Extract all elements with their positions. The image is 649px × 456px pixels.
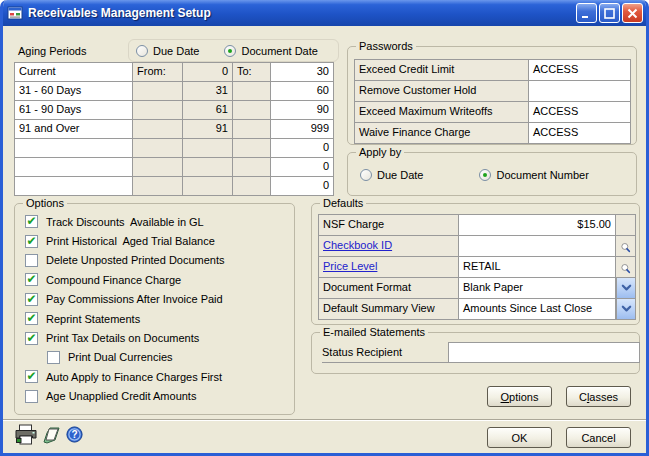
aging-from-value: 0 bbox=[183, 63, 233, 82]
svg-text:?: ? bbox=[71, 429, 77, 440]
exceed-maximum-writeoffs-password-input[interactable]: ACCESS bbox=[529, 102, 631, 123]
checkbook-id-lookup-button[interactable] bbox=[616, 236, 636, 257]
aging-name-input[interactable] bbox=[15, 158, 133, 177]
aging-to-input[interactable]: 0 bbox=[271, 139, 334, 158]
to-column-label: To: bbox=[233, 63, 271, 82]
options-button[interactable]: Options bbox=[487, 386, 552, 407]
waive-finance-charge-password-input[interactable]: ACCESS bbox=[529, 123, 631, 144]
print-dual-currencies-checkbox[interactable]: ✔ bbox=[47, 351, 60, 364]
aging-name-input[interactable]: 91 and Over bbox=[15, 120, 133, 139]
default-summary-view-dropdown[interactable]: Amounts Since Last Close bbox=[459, 299, 616, 320]
option-age-unapplied-credits[interactable]: ✔ Age Unapplied Credit Amounts bbox=[25, 387, 290, 406]
pay-commissions-checkbox[interactable]: ✔ bbox=[25, 293, 38, 306]
aging-from-value: 61 bbox=[183, 101, 233, 120]
close-button[interactable] bbox=[622, 3, 643, 23]
minimize-button[interactable] bbox=[576, 3, 597, 23]
option-delete-unposted-docs[interactable]: ✔ Delete Unposted Printed Documents bbox=[25, 251, 290, 270]
maximize-button[interactable] bbox=[599, 3, 620, 23]
page-icon bbox=[41, 425, 62, 445]
due-date-radio[interactable] bbox=[136, 45, 148, 57]
default-summary-view-label: Default Summary View bbox=[319, 299, 459, 320]
option-compound-finance-charge[interactable]: ✔ Compound Finance Charge bbox=[25, 270, 290, 289]
aging-name-input[interactable]: 31 - 60 Days bbox=[15, 82, 133, 101]
aging-periods-table: Current From: 0 To: 30 31 - 60 Days 31 6… bbox=[14, 62, 334, 196]
aging-name-input[interactable]: 61 - 90 Days bbox=[15, 101, 133, 120]
chevron-down-icon bbox=[621, 305, 632, 313]
classes-button[interactable]: Classes bbox=[566, 386, 631, 407]
document-date-radio[interactable] bbox=[224, 45, 236, 57]
aging-to-input[interactable]: 30 bbox=[271, 63, 334, 82]
aging-to-input[interactable]: 999 bbox=[271, 120, 334, 139]
compound-finance-charge-checkbox[interactable]: ✔ bbox=[25, 273, 38, 286]
status-recipient-input[interactable] bbox=[448, 342, 640, 363]
aging-to-input[interactable]: 0 bbox=[271, 158, 334, 177]
option-pay-commissions[interactable]: ✔ Pay Commissions After Invoice Paid bbox=[25, 290, 290, 309]
due-date-radio-option[interactable]: Due Date bbox=[136, 45, 199, 57]
apply-by-document-number-label: Document Number bbox=[496, 169, 588, 181]
window-title: Receivables Management Setup bbox=[28, 6, 576, 20]
apply-by-group: Apply by Due Date Document Number bbox=[347, 152, 637, 196]
default-summary-view-dropdown-button[interactable] bbox=[616, 299, 636, 320]
note-button[interactable] bbox=[41, 425, 62, 447]
help-button[interactable]: ? bbox=[66, 426, 83, 445]
aging-name-input[interactable] bbox=[15, 139, 133, 158]
password-row-label: Remove Customer Hold bbox=[355, 81, 529, 102]
apply-by-due-date-radio[interactable] bbox=[360, 169, 372, 181]
price-level-input[interactable]: RETAIL bbox=[459, 257, 616, 278]
aging-from-value bbox=[183, 177, 233, 196]
checkbook-id-link[interactable]: Checkbook ID bbox=[323, 239, 392, 251]
apply-by-document-number-option[interactable]: Document Number bbox=[479, 169, 588, 181]
price-level-lookup-button[interactable] bbox=[616, 257, 636, 278]
from-column-label: From: bbox=[133, 63, 183, 82]
reprint-statements-checkbox[interactable]: ✔ bbox=[25, 312, 38, 325]
aging-periods-label: Aging Periods bbox=[18, 45, 87, 57]
apply-by-due-date-option[interactable]: Due Date bbox=[360, 169, 423, 181]
print-historical-atb-checkbox[interactable]: ✔ bbox=[25, 235, 38, 248]
defaults-group: Defaults NSF Charge $15.00 Checkbook ID … bbox=[311, 203, 640, 325]
price-level-link[interactable]: Price Level bbox=[323, 260, 377, 272]
apply-by-document-number-radio[interactable] bbox=[479, 169, 491, 181]
title-bar: Receivables Management Setup bbox=[0, 0, 649, 26]
apply-by-group-label: Apply by bbox=[356, 146, 404, 158]
document-format-dropdown-button[interactable] bbox=[616, 278, 636, 299]
password-row-label: Waive Finance Charge bbox=[355, 123, 529, 144]
document-date-radio-option[interactable]: Document Date bbox=[224, 45, 317, 57]
magnifier-icon bbox=[620, 261, 631, 276]
password-row-label: Exceed Credit Limit bbox=[355, 60, 529, 81]
option-track-discounts[interactable]: ✔ Track Discounts Available in GL bbox=[25, 212, 290, 231]
apply-by-due-date-label: Due Date bbox=[377, 169, 423, 181]
aging-to-input[interactable]: 90 bbox=[271, 101, 334, 120]
aging-name-input[interactable]: Current bbox=[15, 63, 133, 82]
option-reprint-statements[interactable]: ✔ Reprint Statements bbox=[25, 309, 290, 328]
option-print-tax-details[interactable]: ✔ Print Tax Details on Documents bbox=[25, 328, 290, 347]
nsf-charge-input[interactable]: $15.00 bbox=[459, 215, 616, 236]
nsf-charge-label: NSF Charge bbox=[319, 215, 459, 236]
exceed-credit-limit-password-input[interactable]: ACCESS bbox=[529, 60, 631, 81]
age-unapplied-credits-checkbox[interactable]: ✔ bbox=[25, 390, 38, 403]
checkbook-id-input[interactable] bbox=[459, 236, 616, 257]
cancel-button[interactable]: Cancel bbox=[566, 427, 631, 448]
aging-to-input[interactable]: 0 bbox=[271, 177, 334, 196]
document-date-radio-label: Document Date bbox=[241, 45, 317, 57]
auto-apply-finance-charges-checkbox[interactable]: ✔ bbox=[25, 370, 38, 383]
document-format-dropdown[interactable]: Blank Paper bbox=[459, 278, 616, 299]
defaults-group-label: Defaults bbox=[320, 197, 366, 209]
option-print-historical-atb[interactable]: ✔ Print Historical Aged Trial Balance bbox=[25, 231, 290, 250]
options-group-label: Options bbox=[23, 197, 67, 209]
print-tax-details-checkbox[interactable]: ✔ bbox=[25, 332, 38, 345]
aging-name-input[interactable] bbox=[15, 177, 133, 196]
ok-button[interactable]: OK bbox=[487, 427, 552, 448]
aging-to-input[interactable]: 60 bbox=[271, 82, 334, 101]
option-auto-apply-finance-charges[interactable]: ✔ Auto Apply to Finance Charges First bbox=[25, 367, 290, 386]
status-recipient-label: Status Recipient bbox=[322, 342, 448, 363]
options-group: Options ✔ Track Discounts Available in G… bbox=[14, 203, 295, 415]
option-print-dual-currencies[interactable]: ✔ Print Dual Currencies bbox=[25, 348, 290, 367]
track-discounts-checkbox[interactable]: ✔ bbox=[25, 215, 38, 228]
aging-from-value: 31 bbox=[183, 82, 233, 101]
due-date-radio-label: Due Date bbox=[153, 45, 199, 57]
print-button[interactable] bbox=[14, 424, 38, 447]
document-format-label: Document Format bbox=[319, 278, 459, 299]
remove-customer-hold-password-input[interactable] bbox=[529, 81, 631, 102]
passwords-group: Passwords Exceed Credit Limit ACCESS Rem… bbox=[347, 46, 637, 145]
delete-unposted-docs-checkbox[interactable]: ✔ bbox=[25, 254, 38, 267]
